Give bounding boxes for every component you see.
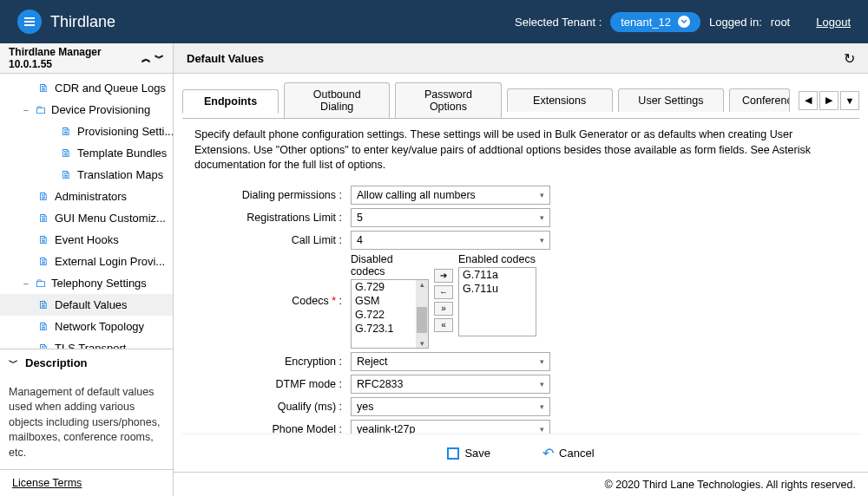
sidebar-item-label: External Login Provi... (55, 255, 165, 268)
scroll-thumb[interactable] (417, 307, 427, 333)
tab-password-options[interactable]: Password Options (395, 82, 501, 118)
logged-in-user: root (771, 16, 790, 29)
refresh-icon[interactable]: ↻ (844, 50, 855, 67)
file-icon: 🗎 (38, 190, 49, 203)
selected-tenant-label: Selected Tenant : (515, 16, 602, 29)
intro-text: Specify default phone configuration sett… (194, 119, 847, 186)
brand-name: Thirdlane (50, 13, 115, 31)
scroll-down-icon[interactable]: ▾ (420, 339, 424, 348)
folder-icon: 🗀 (35, 277, 46, 290)
encryption-label: Encryption : (194, 356, 351, 368)
sidebar-title: Thirdlane Manager 10.0.1.55 (9, 46, 141, 70)
file-icon: 🗎 (61, 147, 72, 160)
sidebar-item-label: Template Bundles (77, 147, 167, 160)
file-icon: 🗎 (38, 212, 49, 225)
tabs-row: Endpoints Outbound Dialing Password Opti… (174, 74, 868, 118)
sidebar-item[interactable]: 🗎Provisioning Setti... (0, 121, 173, 142)
qualify-label: Qualify (ms) : (194, 401, 351, 413)
sidebar-title-bar: Thirdlane Manager 10.0.1.55 ︽ ︾ (0, 43, 174, 73)
chevron-down-icon: ▾ (540, 213, 544, 222)
sidebar-item[interactable]: 🗎Administrators (0, 186, 173, 207)
move-left-icon[interactable]: ← (434, 285, 453, 299)
logged-in-label: Logged in: (709, 16, 762, 29)
sidebar-item[interactable]: 🗎Translation Maps (0, 164, 173, 186)
sidebar-item-label: Translation Maps (77, 168, 163, 181)
sidebar-item[interactable]: 🗎External Login Provi... (0, 251, 173, 272)
move-all-left-icon[interactable]: « (434, 318, 453, 332)
chevron-down-icon[interactable]: ﹀ (9, 356, 18, 369)
qualify-select[interactable]: yes▾ (351, 397, 550, 416)
sidebar-item[interactable]: 🗎TLS Transport (0, 337, 173, 349)
sidebar-item-label: Default Values (55, 298, 128, 311)
save-button[interactable]: Save (447, 445, 490, 461)
dtmf-select[interactable]: RFC2833▾ (351, 375, 550, 394)
chevron-down-icon: ▾ (540, 402, 544, 411)
collapse-all-icon[interactable]: ︽ (141, 52, 151, 65)
sidebar-folder[interactable]: −🗀Telephony Settings (0, 272, 173, 294)
phone-model-select[interactable]: yealink-t27p▾ (351, 420, 550, 434)
dtmf-label: DTMF mode : (194, 378, 351, 390)
description-text: Management of default values used when a… (0, 376, 173, 470)
sidebar-item-label: TLS Transport (55, 342, 126, 349)
tab-user-settings[interactable]: User Settings (618, 88, 724, 112)
tab-scroll-right-icon[interactable]: ▶ (819, 91, 838, 110)
logo-icon (17, 10, 42, 34)
collapse-icon[interactable]: − (21, 105, 31, 115)
sidebar-item-label: Network Topology (55, 320, 144, 333)
disabled-codecs-header: Disabled codecs (351, 253, 429, 277)
license-link[interactable]: License Terms (0, 469, 173, 496)
tab-conferencing[interactable]: Conferenc (729, 88, 790, 112)
sidebar-item[interactable]: 🗎Template Bundles (0, 142, 173, 164)
chevron-down-icon: ▾ (540, 357, 544, 366)
tab-menu-icon[interactable]: ▼ (840, 91, 859, 110)
chevron-down-icon: ▾ (540, 425, 544, 434)
sidebar-item-label: Device Provisioning (51, 103, 150, 116)
save-icon (447, 447, 459, 460)
codec-item[interactable]: G.711u (459, 282, 536, 296)
tab-extensions[interactable]: Extensions (507, 88, 613, 112)
form-scroll-area: Specify default phone configuration sett… (182, 118, 859, 434)
app-header: Thirdlane Selected Tenant : tenant_12 Lo… (0, 0, 868, 43)
file-icon: 🗎 (61, 125, 72, 138)
encryption-select[interactable]: Reject▾ (351, 352, 550, 371)
sidebar-folder[interactable]: −🗀Device Provisioning (0, 99, 173, 121)
disabled-codecs-list[interactable]: G.729 GSM G.722 G.723.1 ▴ ▾ (351, 279, 429, 349)
sidebar-item[interactable]: 🗎Event Hooks (0, 229, 173, 251)
dialing-permissions-select[interactable]: Allow calling all numbers▾ (351, 186, 550, 205)
tab-outbound-dialing[interactable]: Outbound Dialing (284, 82, 390, 118)
sidebar-item[interactable]: 🗎CDR and Queue Logs (0, 77, 173, 99)
phone-model-label: Phone Model : (194, 423, 351, 434)
move-all-right-icon[interactable]: » (434, 302, 453, 316)
move-right-icon[interactable]: ➔ (434, 269, 453, 283)
expand-all-icon[interactable]: ︾ (155, 52, 164, 65)
file-icon: 🗎 (38, 82, 49, 95)
sidebar-item[interactable]: 🗎GUI Menu Customiz... (0, 207, 173, 229)
scroll-up-icon[interactable]: ▴ (420, 280, 424, 289)
call-limit-label: Call Limit : (194, 234, 351, 246)
logout-link[interactable]: Logout (816, 16, 851, 29)
file-icon: 🗎 (38, 342, 49, 349)
sidebar-item-label: Event Hooks (55, 233, 119, 246)
cancel-button[interactable]: ↶ Cancel (542, 445, 594, 461)
enabled-codecs-list[interactable]: G.711a G.711u (458, 267, 536, 336)
sidebar-item[interactable]: 🗎Default Values (0, 294, 173, 316)
collapse-icon[interactable]: − (21, 278, 31, 289)
undo-icon: ↶ (542, 445, 554, 461)
file-icon: 🗎 (61, 168, 72, 181)
footer-text: © 2020 Third Lane Technologies. All righ… (174, 472, 868, 496)
chevron-down-icon: ▾ (540, 380, 544, 388)
registrations-limit-select[interactable]: 5▾ (351, 208, 550, 227)
tab-scroll-left-icon[interactable]: ◀ (799, 91, 818, 110)
sidebar-item-label: GUI Menu Customiz... (55, 212, 166, 225)
tab-endpoints[interactable]: Endpoints (182, 89, 279, 114)
chevron-down-icon: ▾ (540, 191, 544, 199)
tenant-selector[interactable]: tenant_12 (610, 12, 700, 32)
call-limit-select[interactable]: 4▾ (351, 231, 550, 250)
scrollbar[interactable]: ▴ ▾ (416, 280, 428, 348)
sidebar-item[interactable]: 🗎Network Topology (0, 316, 173, 337)
chevron-down-icon (678, 16, 690, 28)
sidebar-item-label: Telephony Settings (51, 277, 147, 290)
description-title: Description (25, 356, 88, 369)
file-icon: 🗎 (38, 298, 49, 311)
codec-item[interactable]: G.711a (459, 268, 536, 282)
